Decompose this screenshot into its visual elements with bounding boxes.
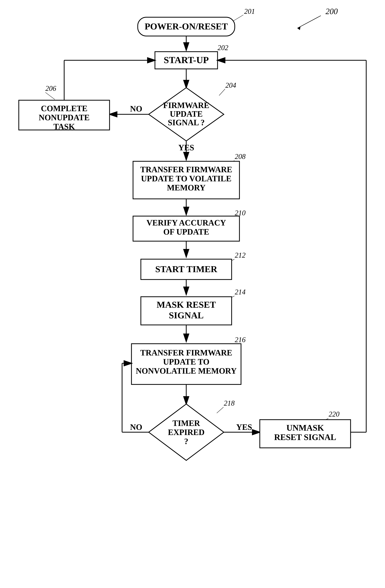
ref-220-label: 220 xyxy=(329,410,340,418)
complete-nonupdate-line1: COMPLETE xyxy=(41,104,87,113)
ref-212-label: 212 xyxy=(235,251,245,259)
unmask-reset-line1: UNMASK xyxy=(286,423,324,433)
transfer-nonvolatile-line2: UPDATE TO xyxy=(163,357,209,366)
start-timer-label: START TIMER xyxy=(155,264,217,274)
diagram-container: 200 201 POWER-ON/RESET 202 START-UP 204 … xyxy=(0,0,385,588)
ref-208-label: 208 xyxy=(235,152,245,161)
mask-reset-line2: SIGNAL xyxy=(169,310,203,320)
transfer-volatile-line3: MEMORY xyxy=(167,183,206,192)
unmask-reset-line2: RESET SIGNAL xyxy=(274,433,336,442)
svg-line-12 xyxy=(217,407,223,413)
ref-218-label: 218 xyxy=(224,399,235,407)
mask-reset-line1: MASK RESET xyxy=(157,300,216,310)
yes-label-2: YES xyxy=(236,423,252,432)
ref-204-label: 204 xyxy=(225,81,236,89)
transfer-nonvolatile-line3: NONVOLATILE MEMORY xyxy=(136,366,237,375)
startup-label: START-UP xyxy=(164,55,209,65)
ref-201-label: 201 xyxy=(244,7,255,15)
ref-200-label: 200 xyxy=(325,7,338,16)
verify-accuracy-line2: OF UPDATE xyxy=(163,227,209,236)
svg-line-6 xyxy=(45,92,55,99)
firmware-update-line3: SIGNAL ? xyxy=(168,118,205,127)
transfer-volatile-line2: UPDATE TO VOLATILE xyxy=(141,174,231,183)
timer-expired-line3: ? xyxy=(184,437,188,446)
ref-206-label: 206 xyxy=(45,84,56,92)
transfer-volatile-line1: TRANSFER FIRMWARE xyxy=(140,165,232,174)
firmware-update-line2: UPDATE xyxy=(170,109,203,118)
ref-202-label: 202 xyxy=(218,44,228,52)
complete-nonupdate-line2: NONUPDATE xyxy=(39,113,89,122)
no-label-2: NO xyxy=(130,423,142,432)
complete-nonupdate-line3: TASK xyxy=(53,122,75,131)
no-label-1: NO xyxy=(130,104,142,113)
svg-line-5 xyxy=(219,89,225,96)
timer-expired-line2: EXPIRED xyxy=(168,428,204,437)
firmware-update-line1: FIRMWARE xyxy=(163,101,209,110)
timer-expired-line1: TIMER xyxy=(172,419,200,428)
svg-line-1 xyxy=(297,16,321,28)
verify-accuracy-line1: VERIFY ACCURACY xyxy=(146,218,226,227)
power-on-reset-label: POWER-ON/RESET xyxy=(145,21,228,31)
ref-214-label: 214 xyxy=(235,288,245,296)
ref-210-label: 210 xyxy=(235,209,245,217)
ref-216-label: 216 xyxy=(235,336,245,344)
transfer-nonvolatile-line1: TRANSFER FIRMWARE xyxy=(140,348,232,357)
